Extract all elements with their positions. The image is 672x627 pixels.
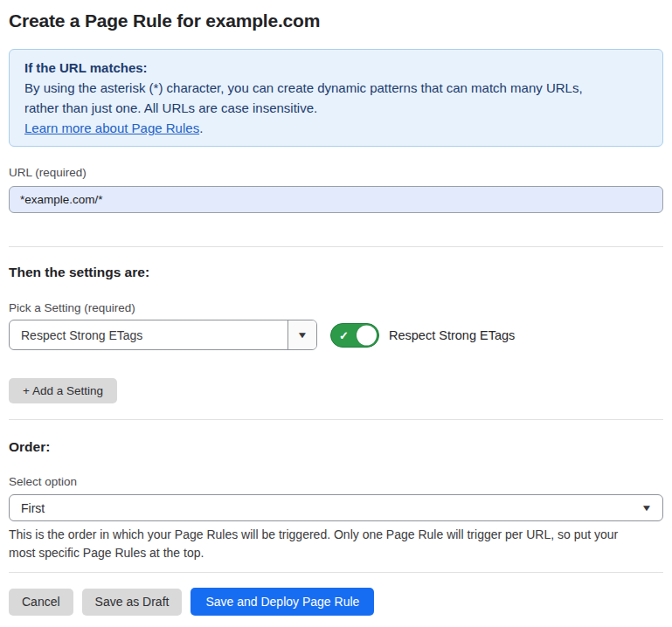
create-page-rule-panel: Create a Page Rule for example.com If th… (0, 0, 672, 627)
etag-toggle[interactable]: ✓ (330, 323, 379, 348)
info-box-body: By using the asterisk (*) character, you… (24, 78, 648, 118)
etag-toggle-group: ✓ Respect Strong ETags (330, 323, 515, 348)
check-icon: ✓ (339, 329, 349, 341)
url-match-info-box: If the URL matches: By using the asteris… (9, 49, 663, 147)
learn-more-link[interactable]: Learn more about Page Rules (24, 121, 199, 135)
toggle-knob (357, 325, 377, 345)
save-deploy-button[interactable]: Save and Deploy Page Rule (191, 588, 374, 616)
url-input[interactable] (9, 186, 663, 213)
order-select-value: First (21, 501, 45, 515)
section-divider (9, 419, 663, 420)
url-label: URL (required) (9, 165, 663, 180)
info-box-link-line: Learn more about Page Rules. (24, 118, 648, 138)
add-setting-button[interactable]: + Add a Setting (9, 378, 117, 403)
setting-dropdown-arrow-button[interactable]: ▼ (288, 320, 316, 349)
setting-row: Respect Strong ETags ▼ ✓ Respect Strong … (9, 320, 663, 350)
chevron-down-icon: ▼ (641, 503, 652, 513)
link-suffix: . (199, 121, 203, 135)
setting-dropdown[interactable]: Respect Strong ETags ▼ (9, 320, 317, 350)
action-bar: Cancel Save as Draft Save and Deploy Pag… (9, 588, 663, 616)
etag-toggle-label: Respect Strong ETags (389, 328, 515, 342)
order-select[interactable]: First ▼ (9, 494, 663, 521)
select-option-label: Select option (9, 474, 663, 489)
section-divider (9, 572, 663, 573)
info-box-heading: If the URL matches: (24, 58, 648, 78)
order-help-text: This is the order in which your Page Rul… (9, 526, 663, 562)
chevron-down-icon: ▼ (296, 330, 308, 340)
setting-dropdown-value: Respect Strong ETags (10, 320, 288, 349)
page-title: Create a Page Rule for example.com (9, 10, 663, 31)
order-heading: Order: (9, 438, 663, 455)
save-draft-button[interactable]: Save as Draft (82, 589, 183, 616)
settings-heading: Then the settings are: (9, 264, 663, 280)
section-divider (9, 246, 663, 247)
cancel-button[interactable]: Cancel (9, 589, 73, 616)
pick-setting-label: Pick a Setting (required) (9, 300, 663, 315)
